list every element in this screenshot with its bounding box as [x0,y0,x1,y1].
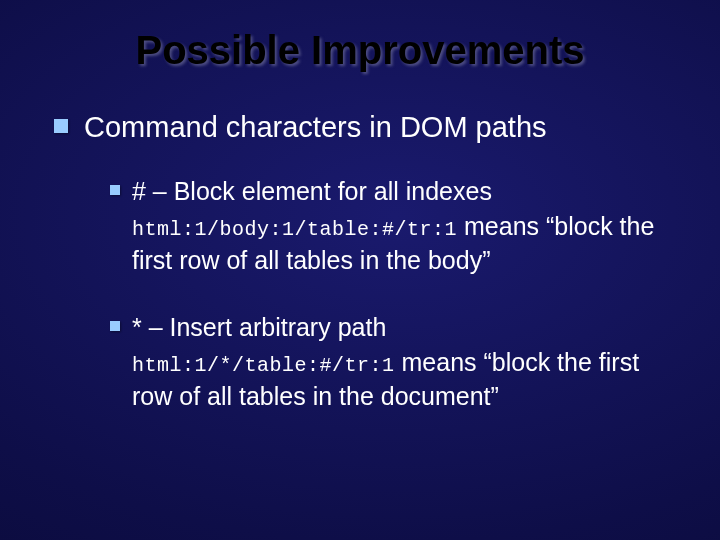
code-path: html:1/body:1/table:#/tr:1 [132,218,457,241]
slide: Possible Improvements Command characters… [0,0,720,540]
level2-body: html:1/body:1/table:#/tr:1 means “block … [132,210,680,278]
level2-head: * – Insert arbitrary path [132,311,386,344]
slide-title: Possible Improvements [40,28,680,73]
level2-head: # – Block element for all indexes [132,175,492,208]
bullet-level2-item: # – Block element for all indexes html:1… [110,175,680,277]
bullet-level1: Command characters in DOM paths [54,109,680,145]
level2-body: html:1/*/table:#/tr:1 means “block the f… [132,346,680,414]
square-bullet-icon [110,321,120,331]
square-bullet-icon [110,185,120,195]
level1-text: Command characters in DOM paths [84,109,547,145]
code-path: html:1/*/table:#/tr:1 [132,354,395,377]
square-bullet-icon [54,119,68,133]
bullet-level2-item: * – Insert arbitrary path html:1/*/table… [110,311,680,413]
